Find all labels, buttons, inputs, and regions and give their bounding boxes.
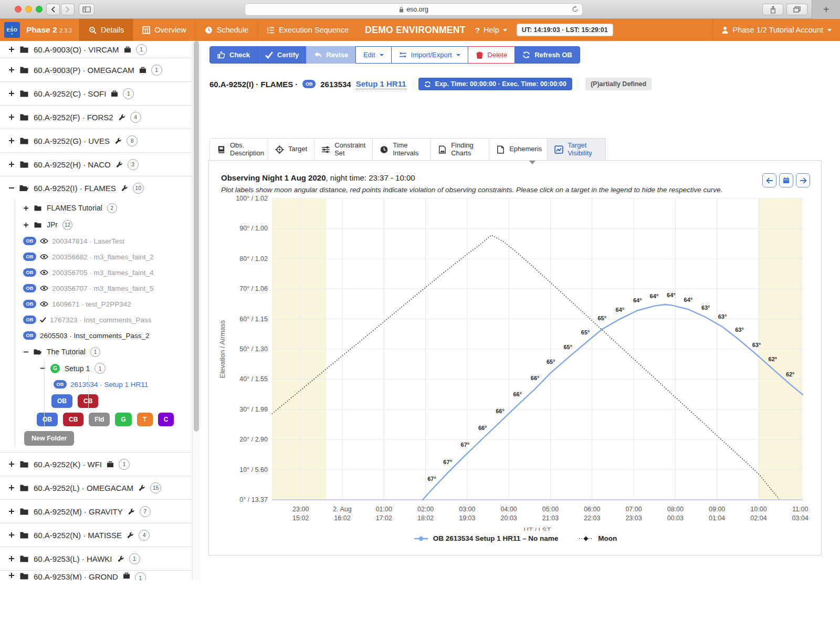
sidebar-ob-2605503[interactable]: OB2605503 · Inst_comments_Pass_2	[0, 328, 192, 343]
plus-icon[interactable]	[23, 222, 29, 228]
sidebar-ob-200347814[interactable]: OB200347814 · LaserTest	[0, 233, 192, 249]
sidebar-run-60-a-9252-g-uves[interactable]: 60.A-9252(G) · UVES8	[0, 129, 192, 152]
sidebar-group-setup-1[interactable]: GSetup 11	[0, 360, 192, 376]
add-c-button[interactable]: C	[158, 413, 174, 426]
add-cb-button[interactable]: CB	[63, 413, 83, 426]
nav-item-schedule[interactable]: Schedule	[195, 19, 257, 41]
sidebar-ob-1609671[interactable]: OB1609671 · test_P2PP342	[0, 296, 192, 312]
refresh-ob-button[interactable]: Refresh OB	[514, 46, 580, 64]
check-icon	[265, 51, 273, 59]
sidebar-run-60-a-9252-i-flames[interactable]: 60.A-9252(I) · FLAMES10	[0, 176, 192, 200]
tab-constraint-set[interactable]: Constraint Set	[314, 138, 373, 161]
new-tab-button[interactable]: +	[812, 0, 840, 19]
sidebar-run-60-a-9253-l-hawki[interactable]: 60.A-9253(L) · HAWKI1	[0, 547, 192, 570]
sidebar-ob-200356705[interactable]: OB200356705 · m3_flames_faint_4	[0, 265, 192, 280]
help-menu[interactable]: ? Help	[466, 19, 517, 41]
app-title: Phase 2	[26, 25, 57, 35]
wrench-icon	[118, 114, 125, 121]
moon-distance-label: 64°	[667, 292, 676, 298]
count-badge: 1	[136, 44, 147, 55]
sidebar-folder-the-tutorial[interactable]: The Tutorial1	[0, 343, 192, 360]
sidebar-run-60-a-9252-c-sofi[interactable]: 60.A-9252(C) · SOFI1	[0, 81, 192, 105]
plus-icon[interactable]	[8, 485, 15, 491]
nav-item-execution-sequence[interactable]: Execution Sequence	[257, 19, 358, 41]
sidebar-folder-jpr[interactable]: JPr12	[0, 216, 192, 233]
sidebar-ob-200356707[interactable]: OB200356707 · m3_flames_faint_5	[0, 280, 192, 296]
new-folder-row: New Folder	[0, 429, 192, 448]
import-export-button[interactable]: Import/Export	[391, 46, 468, 64]
moon-distance-label: 66°	[496, 408, 505, 414]
plus-icon[interactable]	[8, 555, 15, 562]
tab-target[interactable]: Target	[268, 138, 314, 161]
add-ob-button[interactable]: OB	[37, 413, 58, 426]
tab-obs-description[interactable]: Obs. Description	[209, 138, 268, 161]
run-label: 60.A-9252(N) · MATISSE	[34, 531, 122, 540]
add-t-button[interactable]: T	[137, 413, 153, 426]
clock-icon	[380, 145, 388, 154]
moon-distance-label: 65°	[581, 329, 590, 335]
exec-time-pill[interactable]: Exp. Time: 00:00:00 · Exec. Time: 00:00:…	[418, 78, 572, 90]
ob-name-link[interactable]: Setup 1 HR11	[356, 79, 406, 89]
legend-item-moon[interactable]: Moon	[578, 534, 617, 542]
sidebar-run-60-a-9252-f-fors2[interactable]: 60.A-9252(F) · FORS24	[0, 105, 192, 129]
add-ob-button[interactable]: OB	[51, 394, 72, 408]
fullscreen-window-button[interactable]	[36, 6, 43, 13]
minus-icon[interactable]	[23, 349, 29, 355]
certify-button[interactable]: Certify	[257, 46, 307, 64]
plus-icon[interactable]	[8, 138, 15, 144]
plus-icon[interactable]	[8, 572, 15, 579]
sidebar-scrollbar-thumb[interactable]	[194, 41, 199, 432]
tab-overview-button[interactable]	[786, 4, 807, 15]
plus-icon[interactable]	[8, 114, 15, 120]
sidebar-run-60-a-9252-n-matisse[interactable]: 60.A-9252(N) · MATISSE4	[0, 523, 192, 547]
minus-icon[interactable]	[8, 185, 15, 191]
delete-button[interactable]: Delete	[468, 46, 516, 64]
plus-icon[interactable]	[8, 67, 15, 73]
plus-icon[interactable]	[8, 508, 15, 514]
tab-ephemeris[interactable]: Ephemeris	[489, 138, 548, 161]
sidebar-ob-2613534[interactable]: OB2613534 · Setup 1 HR11	[0, 376, 192, 392]
check-button[interactable]: Check	[209, 46, 258, 64]
y-tick-label: 70° / 1.06	[239, 285, 268, 292]
browser-back-button[interactable]	[46, 4, 60, 15]
sidebar-folder-flames-tutorial[interactable]: FLAMES Tutorial2	[0, 200, 192, 216]
tab-finding-charts[interactable]: Finding Charts	[430, 138, 489, 161]
add-g-button[interactable]: G	[115, 413, 131, 426]
sidebar-run-60-a-9252-h-naco[interactable]: 60.A-9252(H) · NACO3	[0, 152, 192, 176]
plus-icon[interactable]	[8, 532, 15, 538]
sidebar-run-60-a-9252-l-omegacam[interactable]: 60.A-9252(L) · OMEGACAM15	[0, 476, 192, 499]
reload-icon[interactable]	[572, 6, 579, 13]
add-fld-button[interactable]: Fld	[89, 413, 110, 426]
tab-target-visibility[interactable]: Target Visibility	[547, 138, 606, 161]
sidebar-ob-200356682[interactable]: OB200356682 · m3_flames_faint_2	[0, 249, 192, 265]
minimize-window-button[interactable]	[25, 6, 32, 13]
plus-icon[interactable]	[8, 90, 15, 97]
plus-icon[interactable]	[8, 161, 15, 167]
new-folder-button[interactable]: New Folder	[24, 431, 74, 446]
account-menu[interactable]: Phase 1/2 Tutorial Account	[712, 19, 840, 41]
chevron-down-icon	[456, 54, 460, 56]
share-button[interactable]	[762, 4, 783, 15]
browser-sidebar-toggle-button[interactable]	[79, 4, 94, 15]
plus-icon[interactable]	[8, 461, 15, 467]
plus-icon[interactable]	[8, 46, 15, 52]
minus-icon[interactable]	[40, 365, 46, 371]
url-bar[interactable]: eso.org	[245, 3, 583, 16]
revise-button[interactable]: Revise	[306, 46, 356, 64]
legend-item-target[interactable]: OB 2613534 Setup 1 HR11 – No name	[413, 534, 559, 542]
sidebar-run-60-a-9003-o-vircam[interactable]: 60.A-9003(O) · VIRCAM1	[0, 41, 192, 58]
count-badge: 1	[94, 363, 106, 374]
y-tick-label: 60° / 1.15	[239, 316, 268, 323]
sidebar-run-60-a-9003-p-omegacam[interactable]: 60.A-9003(P) · OMEGACAM1	[0, 58, 192, 81]
edit-button[interactable]: Edit	[355, 46, 391, 64]
nav-item-details[interactable]: Details	[79, 19, 133, 41]
tab-time-intervals[interactable]: Time Intervals	[372, 138, 431, 161]
sidebar-run-60-a-9253-m-grond[interactable]: 60.A-9253(M) · GROND1	[0, 570, 192, 580]
browser-forward-button[interactable]	[61, 4, 75, 15]
close-window-button[interactable]	[15, 6, 22, 13]
sidebar-run-60-a-9252-m-gravity[interactable]: 60.A-9252(M) · GRAVITY7	[0, 499, 192, 523]
plus-icon[interactable]	[23, 205, 29, 211]
sidebar-run-60-a-9252-k-wfi[interactable]: 60.A-9252(K) · WFI1	[0, 452, 192, 476]
sidebar-ob-1767323[interactable]: OB1767323 · Inst_comments_Pass	[0, 312, 192, 328]
nav-item-overview[interactable]: Overview	[133, 19, 195, 41]
